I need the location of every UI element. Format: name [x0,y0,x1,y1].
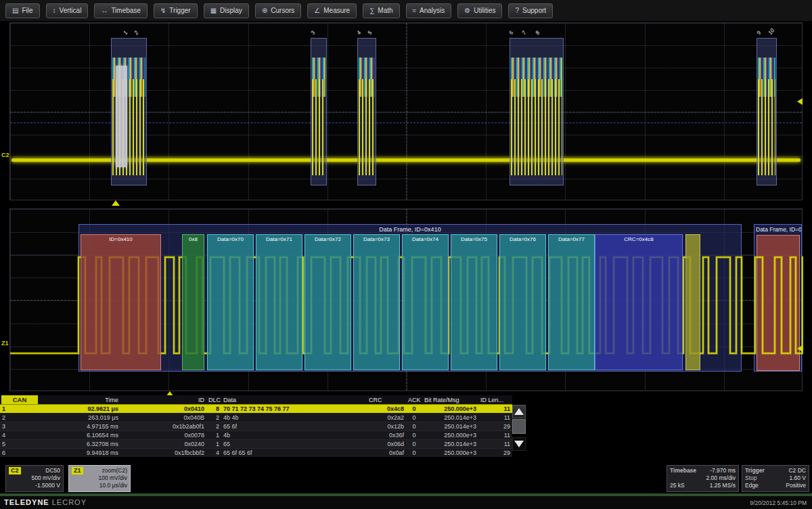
menu-button-trigger[interactable]: ↯Trigger [154,3,198,18]
menu-button-timebase[interactable]: ↔Timebase [94,3,148,18]
crc-field: CRC=0x4c8 [595,234,683,370]
zoom-descriptor-box[interactable]: Z1 zoom(C2) 100 mV/div 10.0 μs/div [68,465,131,492]
table-row[interactable]: 192.9621 μs0x0410870 71 72 73 74 75 76 7… [0,404,512,413]
cell: 5 [0,441,20,447]
trigger-descriptor-box[interactable]: Trigger C2 DC Stop 1.60 V Edge Positive [742,465,809,492]
up-arrow-icon [514,408,524,415]
data-byte-7: Data=0x77 [548,234,595,370]
decode-burst [357,38,376,185]
analysis-icon: ≈ [413,7,417,14]
cell: 6.32708 ms [20,441,120,447]
timebase-icon: ↔ [101,7,108,14]
cell: 0x4c8 [367,405,406,412]
scroll-up-button[interactable] [512,405,526,418]
table-scrollbar[interactable] [512,405,526,453]
column-header-dlc: DLC [206,397,221,403]
cell: 4 [206,449,221,456]
menu-button-cursors[interactable]: ⊕Cursors [255,3,301,18]
menu-label: Measure [323,7,350,14]
table-row[interactable]: 34.97155 ms0x1b2ab0f1265 6f0x12b0250.014… [0,422,512,430]
data-byte-3: Data=0x73 [353,234,400,370]
cell: 4.97155 ms [20,423,120,430]
decode-burst-trace [359,79,375,175]
cell: 250.014e+3 [422,423,478,430]
cell: 0x0078 [120,432,206,439]
cell: 1 [206,432,221,439]
scroll-down-button[interactable] [512,437,526,451]
decode-burst [111,38,147,185]
menu-button-math[interactable]: ∑Math [363,3,399,18]
decode-burst-trace [312,79,325,175]
zoom-graticule: Data Frame, ID=0x410 Data Frame, ID=0x4 … [9,208,803,391]
trigger-source: C2 DC [788,467,806,474]
column-header-bit-rate-msg: Bit Rate/Msg [422,397,478,403]
zoom-axis-label: Z1 [1,340,9,347]
cell: 0 [406,414,422,421]
channel-badge: C2 [9,467,21,474]
menu-label: Math [378,7,392,14]
timebase-descriptor-box[interactable]: Timebase -7.970 ms 2.00 ms/div 25 kS 1.2… [667,465,739,492]
cell: 92.9621 μs [20,405,120,412]
data-byte-1: Data=0x71 [256,234,302,370]
zoom-level-marker[interactable] [797,345,803,352]
cell: 2 [206,423,221,430]
data-byte-0: Data=0x70 [207,234,254,370]
timebase-title: Timebase [670,467,696,474]
cell: 0x1b2ab0f1 [120,423,206,430]
cell: 29 [478,423,512,430]
cell: 4b [221,432,367,439]
cell: 1 [0,405,20,412]
cell: 65 6f 65 6f [221,449,367,456]
table-row[interactable]: 69.94918 ms0x1fbcbbf2465 6f 65 6f0x0af02… [0,448,512,457]
utilities-icon: ⚙ [464,7,470,14]
cell: 0x2a2 [367,414,406,421]
menu-button-display[interactable]: ▦Display [204,3,249,18]
data-byte-4: Data=0x74 [402,234,449,370]
trigger-time-marker[interactable] [112,200,120,206]
cell: 65 6f [221,423,367,430]
decode-burst-trace [758,79,775,175]
cell: 11 [478,405,512,412]
cell: 11 [478,441,512,447]
cell: 65 [221,441,367,447]
channel-descriptor-box[interactable]: C2 DC50 500 mV/div -1.5000 V [5,465,64,492]
down-arrow-icon [514,441,524,447]
menu-button-utilities[interactable]: ⚙Utilities [457,3,502,18]
menu-label: Vertical [60,7,82,14]
table-row[interactable]: 56.32708 ms0x02401650x06d0250.014e+311 [0,439,512,448]
menu-button-file[interactable]: ▤File [5,3,40,18]
cursors-icon: ⊕ [262,7,267,14]
zoom-source: zoom(C2) [102,467,127,474]
menu-label: Analysis [420,7,445,14]
footer-bar: TELEDYNE LECROY 9/20/2012 5:45:10 PM [0,496,812,509]
trigger-slope: Positive [786,482,806,489]
channel-coupling: DC50 [45,467,60,474]
menu-button-vertical[interactable]: ↕Vertical [46,3,89,18]
trigger-level: 1.60 V [789,474,806,482]
zoom-source-highlight [116,66,127,167]
decode-burst [757,38,777,185]
trigger-level-marker[interactable] [797,98,803,105]
scrollbar-thumb[interactable] [512,419,526,434]
data-byte-6: Data=0x76 [499,234,546,370]
cell: 263.019 μs [20,414,120,421]
menu-button-support[interactable]: ?Support [508,3,553,18]
menu-button-analysis[interactable]: ≈Analysis [406,3,452,18]
column-header-id-len-: ID Len... [478,397,512,403]
decode-burst-trace [511,79,562,175]
menu-button-measure[interactable]: ∠Measure [307,3,357,18]
cell: 29 [478,449,512,456]
menu-label: Cursors [271,7,294,14]
cell: 250.000e+3 [422,405,478,412]
cell: 0x06d [367,441,406,447]
protocol-badge[interactable]: CAN [1,395,38,404]
menu-label: File [22,7,32,14]
cell: 11 [478,414,512,421]
zoom-badge: Z1 [72,467,83,474]
cell: 1 [206,441,221,447]
table-row[interactable]: 46.10654 ms0x007814b0x36f0250.000e+311 [0,430,512,439]
table-row[interactable]: 2263.019 μs0x040B24b 4b0x2a20250.014e+31… [0,413,512,422]
id-field: ID=0x410 [81,234,161,370]
top-graticule [9,22,803,200]
column-header-id: ID [120,397,206,403]
